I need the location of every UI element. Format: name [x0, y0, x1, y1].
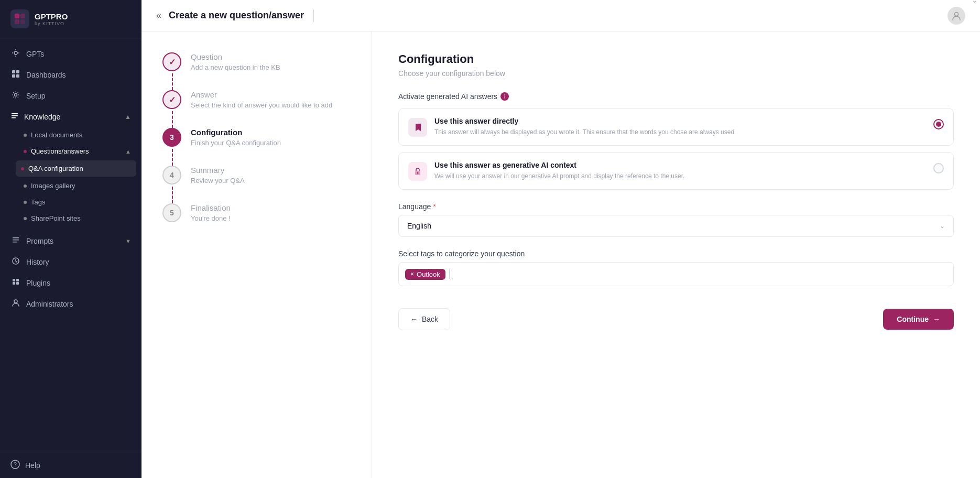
step-2: ✓ Answer Select the kind of answer you w… — [162, 90, 351, 128]
step-4-desc: Review your Q&A — [191, 177, 351, 184]
sidebar-item-plugins[interactable]: Plugins — [0, 273, 141, 294]
step-3-circle: 3 — [162, 128, 181, 147]
stepper-panel: ✓ Question Add a new question in the KB … — [141, 31, 372, 478]
tags-label: Tags — [31, 198, 45, 206]
ai-section-label: Activate generated AI answers i — [398, 92, 954, 101]
prompts-nav-label: Prompts — [26, 237, 53, 245]
step-2-circle: ✓ — [162, 90, 181, 109]
step-5-number: 5 — [170, 209, 174, 217]
svg-rect-19 — [13, 279, 15, 281]
svg-rect-17 — [13, 282, 15, 285]
language-chevron-icon: ⌄ — [940, 222, 945, 230]
step-2-content: Answer Select the kind of answer you wou… — [191, 90, 351, 109]
continue-arrow-icon: → — [933, 315, 940, 323]
tag-outlook: × Outlook — [405, 269, 445, 280]
sidebar-item-prompts[interactable]: Prompts ▼ — [0, 231, 141, 252]
tags-label-text: Select tags to categorize your question — [398, 249, 525, 258]
sidebar-item-setup[interactable]: Setup — [0, 85, 141, 106]
option-use-directly[interactable]: Use this answer directly This answer wil… — [398, 108, 954, 146]
option-use-as-context-title: Use this answer as generative AI context — [434, 161, 926, 169]
continue-button-label: Continue — [897, 315, 929, 323]
step-1: ✓ Question Add a new question in the KB — [162, 52, 351, 90]
tag-input-cursor — [450, 269, 450, 279]
qa-config-dot — [21, 167, 24, 170]
back-arrow-icon: ← — [410, 315, 418, 323]
option-use-as-context-radio[interactable] — [933, 163, 944, 173]
option-use-as-context[interactable]: Use this answer as generative AI context… — [398, 152, 954, 190]
sidebar-item-sharepoint[interactable]: SharePoint sites — [0, 210, 141, 226]
back-button[interactable]: ← Back — [398, 308, 450, 330]
tags-field-label: Select tags to categorize your question — [398, 249, 954, 258]
administrators-nav-label: Administrators — [26, 300, 73, 308]
svg-point-26 — [417, 172, 419, 174]
sharepoint-dot — [24, 217, 27, 220]
config-subtitle: Choose your configuration below — [398, 69, 954, 78]
plugins-icon — [10, 278, 21, 288]
config-title: Configuration — [398, 52, 954, 66]
language-value: English — [407, 222, 431, 230]
knowledge-label: Knowledge — [24, 113, 60, 121]
step-3-content: Configuration Finish your Q&A configurat… — [191, 128, 351, 147]
back-button-label: Back — [422, 315, 438, 323]
knowledge-chevron-icon: ▲ — [125, 113, 131, 121]
config-panel: Configuration Choose your configuration … — [372, 31, 980, 478]
language-label-text: Language — [398, 202, 431, 211]
sidebar-item-questions-answers[interactable]: Questions/answers ▲ — [0, 143, 141, 159]
knowledge-header-left: Knowledge — [10, 112, 60, 122]
step-4-number: 4 — [170, 171, 174, 179]
svg-rect-11 — [12, 115, 18, 116]
svg-rect-10 — [12, 113, 18, 114]
prompts-icon — [10, 236, 21, 246]
tag-outlook-remove[interactable]: × — [410, 270, 414, 278]
help-button[interactable]: ? Help — [0, 452, 141, 478]
step-4: 4 Summary Review your Q&A — [162, 166, 351, 203]
step-1-connector — [172, 73, 173, 90]
header-divider — [313, 9, 314, 22]
history-icon — [10, 257, 21, 267]
svg-rect-1 — [20, 14, 25, 18]
sidebar-item-history[interactable]: History — [0, 252, 141, 273]
language-select[interactable]: English ⌄ — [398, 215, 954, 237]
svg-rect-15 — [13, 242, 17, 243]
sidebar-item-tags[interactable]: Tags — [0, 194, 141, 210]
logo-icon — [10, 9, 29, 28]
setup-icon — [10, 91, 21, 101]
sidebar-item-gpts[interactable]: GPTs — [0, 44, 141, 64]
sidebar-item-dashboards[interactable]: Dashboards — [0, 64, 141, 85]
svg-rect-5 — [12, 70, 15, 73]
tags-dot — [24, 201, 27, 204]
step-1-check-icon: ✓ — [169, 57, 176, 67]
continue-button[interactable]: Continue → — [883, 309, 954, 330]
sidebar-knowledge-header[interactable]: Knowledge ▲ — [0, 106, 141, 127]
svg-point-9 — [15, 94, 17, 96]
sidebar-item-local-documents[interactable]: Local documents — [0, 127, 141, 143]
help-label: Help — [25, 461, 40, 470]
gpts-icon — [10, 49, 21, 59]
step-1-content: Question Add a new question in the KB — [191, 52, 351, 71]
header: « Create a new question/answer — [141, 0, 980, 31]
avatar[interactable] — [948, 7, 965, 25]
svg-point-24 — [955, 12, 959, 16]
sidebar-item-qa-configuration[interactable]: Q&A configuration — [16, 160, 136, 177]
logo-sub: by KITTIVO — [35, 21, 68, 26]
qa-configuration-label: Q&A configuration — [28, 165, 83, 172]
logo-text: GPTPRO — [35, 12, 68, 21]
svg-rect-0 — [15, 14, 19, 18]
option-use-directly-radio[interactable] — [933, 119, 944, 129]
collapse-button[interactable]: « — [156, 10, 161, 21]
sidebar-item-images-gallery[interactable]: Images gallery — [0, 178, 141, 194]
step-2-title: Answer — [191, 90, 351, 99]
svg-rect-3 — [20, 19, 25, 24]
tags-field[interactable]: × Outlook ⌄ — [398, 262, 954, 286]
language-required-star: * — [433, 202, 435, 211]
content-area: ✓ Question Add a new question in the KB … — [141, 31, 980, 478]
sidebar-nav: GPTs Dashboards Setup Knowledge ▲ — [0, 38, 141, 452]
language-field-label: Language * — [398, 202, 954, 211]
step-3: 3 Configuration Finish your Q&A configur… — [162, 128, 351, 166]
images-dot — [24, 184, 27, 188]
qa-chevron-icon: ▲ — [125, 148, 131, 155]
sidebar-item-setup-label: Setup — [26, 92, 46, 100]
info-icon: i — [500, 92, 509, 101]
sidebar-item-administrators[interactable]: Administrators — [0, 294, 141, 314]
step-5: 5 Finalisation You're done ! — [162, 203, 351, 222]
